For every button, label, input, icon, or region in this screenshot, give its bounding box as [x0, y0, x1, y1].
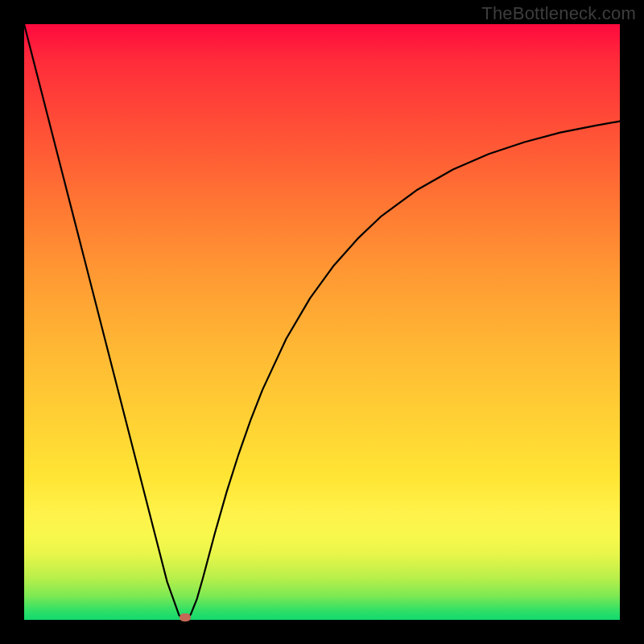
chart-frame: TheBottleneck.com [0, 0, 644, 644]
watermark-text: TheBottleneck.com [481, 3, 636, 24]
bottleneck-curve [24, 24, 620, 620]
plot-area [24, 24, 620, 620]
min-point-marker [180, 613, 191, 621]
